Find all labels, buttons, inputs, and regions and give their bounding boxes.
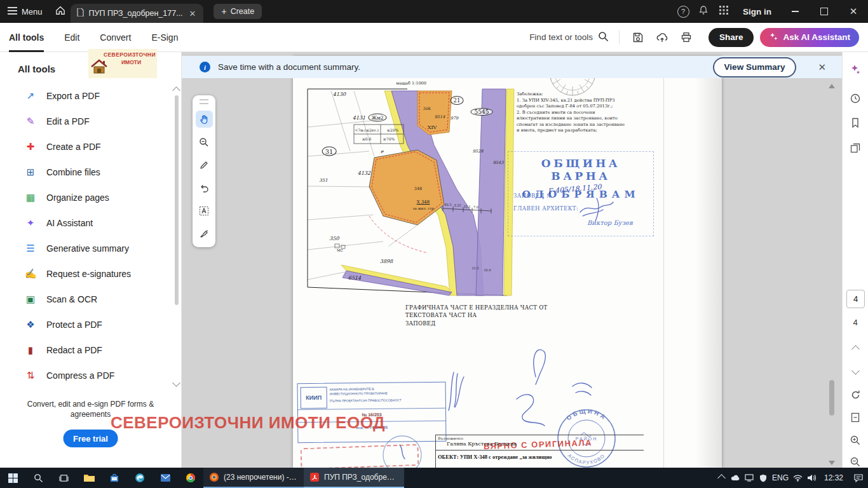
map-label: 3.25 bbox=[454, 203, 461, 207]
menu-button[interactable]: Menu bbox=[0, 7, 50, 17]
zoom-tool[interactable] bbox=[196, 133, 213, 151]
sidebar-scrollbar[interactable] bbox=[175, 95, 179, 305]
pages-button[interactable] bbox=[846, 139, 865, 158]
fit-page-button[interactable] bbox=[846, 408, 865, 427]
hidden-icons-button[interactable] bbox=[714, 468, 728, 488]
map-label: 6514 bbox=[348, 275, 361, 281]
minimize-button[interactable] bbox=[780, 0, 810, 23]
free-trial-button[interactable]: Free trial bbox=[63, 430, 118, 447]
save-button[interactable] bbox=[626, 27, 650, 48]
maximize-button[interactable] bbox=[810, 0, 839, 23]
edge-button[interactable] bbox=[127, 468, 153, 488]
create-button[interactable]: + Create bbox=[214, 4, 262, 19]
current-page-input[interactable]: 4 bbox=[846, 290, 865, 308]
file-explorer-button[interactable] bbox=[76, 468, 102, 488]
next-page-button[interactable] bbox=[846, 361, 865, 380]
volume-icon[interactable] bbox=[804, 468, 818, 488]
sidebar-item-edit-pdf[interactable]: ✎Edit a PDF bbox=[0, 109, 181, 134]
sidebar-item-ai-assistant[interactable]: ✦AI Assistant bbox=[0, 210, 181, 236]
taskbar-window-browser[interactable]: (23 непрочетени) - A... bbox=[203, 468, 304, 488]
ai-assistant-button[interactable] bbox=[846, 60, 865, 79]
sidebar-item-organize-pages[interactable]: ▦Organize pages bbox=[0, 185, 181, 210]
tab-convert[interactable]: Convert bbox=[100, 23, 131, 52]
plan-notes: Забележка: 1. За УПИ XIV-345, кв.21 дейс… bbox=[517, 92, 656, 134]
sidebar-item-export-pdf[interactable]: ↗Export a PDF bbox=[0, 83, 181, 109]
ask-ai-button[interactable]: Ask AI Assistant bbox=[760, 28, 859, 47]
document-scrollbar[interactable] bbox=[829, 380, 834, 416]
sidebar-item-label: Organize pages bbox=[46, 193, 109, 203]
minimize-icon bbox=[792, 11, 799, 12]
sidebar-item-create-pdf[interactable]: ✚Create a PDF bbox=[0, 134, 181, 159]
all-tools-panel: All tools ↗Export a PDF✎Edit a PDF✚Creat… bbox=[0, 52, 182, 468]
tab-edit[interactable]: Edit bbox=[64, 23, 79, 52]
help-button[interactable]: ? bbox=[673, 0, 693, 23]
text-select-tool[interactable] bbox=[196, 202, 213, 219]
map-label: МС bbox=[337, 248, 343, 252]
document-tab[interactable]: ПУП ПРЗ_одобрен_177... ✕ bbox=[71, 4, 204, 23]
tab-esign[interactable]: E-Sign bbox=[151, 23, 178, 52]
share-button[interactable]: Share bbox=[709, 28, 754, 47]
comments-button[interactable] bbox=[846, 89, 865, 108]
tab-close-button[interactable]: ✕ bbox=[188, 9, 198, 18]
approval-stamp: ОБЩИНА ВАРНА ОДОБРЯВАМ ЗАПОВЕД № Г-405/1… bbox=[508, 151, 654, 236]
plus-icon: + bbox=[221, 6, 226, 17]
map-label: 348 bbox=[414, 186, 422, 191]
apps-button[interactable] bbox=[714, 0, 734, 23]
toolbar-divider bbox=[619, 30, 620, 44]
sidebar-item-label: Combine files bbox=[46, 167, 100, 177]
taskbar-search-button[interactable] bbox=[25, 468, 51, 488]
taskbar-window-acrobat[interactable]: ПУП ПРЗ_одобрен_1... bbox=[304, 468, 404, 488]
bookmarks-button[interactable] bbox=[846, 113, 865, 132]
mail-button[interactable] bbox=[153, 468, 178, 488]
map-label: 30К bbox=[423, 106, 431, 111]
display-icon[interactable] bbox=[742, 468, 756, 488]
wifi-icon[interactable] bbox=[790, 468, 804, 488]
sidebar-item-generative-summary[interactable]: ☰Generative summary bbox=[0, 236, 181, 261]
start-button[interactable] bbox=[0, 468, 25, 488]
palette-drag-handle[interactable] bbox=[200, 99, 208, 104]
task-view-button[interactable] bbox=[51, 468, 76, 488]
store-button[interactable] bbox=[102, 468, 127, 488]
create-pdf-icon: ✚ bbox=[24, 141, 37, 152]
map-label: <7м.(≤2ет.) bbox=[355, 128, 379, 132]
notification-center-button[interactable] bbox=[849, 468, 868, 488]
onedrive-icon[interactable] bbox=[728, 468, 742, 488]
notifications-button[interactable] bbox=[693, 0, 714, 23]
hand-tool[interactable] bbox=[196, 111, 213, 128]
doc-scroll-up-icon[interactable] bbox=[829, 84, 835, 88]
doc-scroll-down-icon[interactable] bbox=[829, 461, 835, 465]
sidebar-item-compress-pdf[interactable]: ⇅Compress a PDF bbox=[0, 363, 181, 388]
map-label: мащаб 1:1000 bbox=[396, 81, 426, 86]
approval-municipality: ОБЩИНА ВАРНА bbox=[508, 157, 653, 182]
find-button[interactable]: Find text or tools bbox=[529, 31, 609, 44]
sidebar-footer-text: Convert, edit and e-sign PDF forms & agr… bbox=[15, 399, 166, 419]
banner-dismiss-button[interactable]: ✕ bbox=[818, 62, 826, 73]
clock[interactable]: 12:32 bbox=[818, 473, 849, 482]
taskbar-windows: (23 непрочетени) - A...ПУП ПРЗ_одобрен_1… bbox=[203, 468, 404, 488]
close-button[interactable]: ✕ bbox=[839, 0, 868, 23]
sidebar-item-scan-ocr[interactable]: ▣Scan & OCR bbox=[0, 287, 181, 312]
ai-assistant-icon: ✦ bbox=[24, 217, 37, 229]
create-label: Create bbox=[231, 7, 255, 16]
pencil-tool[interactable] bbox=[196, 156, 213, 173]
sign-in-button[interactable]: Sign in bbox=[743, 7, 771, 17]
sidebar-item-request-esignatures[interactable]: ✍Request e-signatures bbox=[0, 261, 181, 287]
undo-tool[interactable] bbox=[196, 179, 213, 196]
previous-page-button[interactable] bbox=[846, 339, 865, 358]
tab-all-tools[interactable]: All tools bbox=[9, 23, 44, 52]
sidebar-item-combine-files[interactable]: ⊞Combine files bbox=[0, 159, 181, 185]
language-indicator[interactable]: ENG bbox=[770, 473, 790, 482]
home-button[interactable] bbox=[50, 0, 71, 23]
print-button[interactable] bbox=[674, 27, 698, 48]
sparkle-icon bbox=[769, 32, 778, 43]
fill-sign-tool[interactable] bbox=[196, 225, 213, 242]
security-shield-icon[interactable] bbox=[756, 468, 770, 488]
chrome-button[interactable] bbox=[178, 468, 203, 488]
rotate-button[interactable] bbox=[846, 385, 865, 404]
zoom-in-button[interactable] bbox=[846, 431, 865, 450]
home-icon bbox=[55, 6, 65, 18]
upload-cloud-button[interactable] bbox=[650, 27, 674, 48]
sidebar-item-redact-pdf[interactable]: ▮Redact a PDF bbox=[0, 337, 181, 363]
sidebar-item-protect-pdf[interactable]: ❖Protect a PDF bbox=[0, 312, 181, 337]
view-summary-button[interactable]: View Summary bbox=[713, 57, 797, 78]
